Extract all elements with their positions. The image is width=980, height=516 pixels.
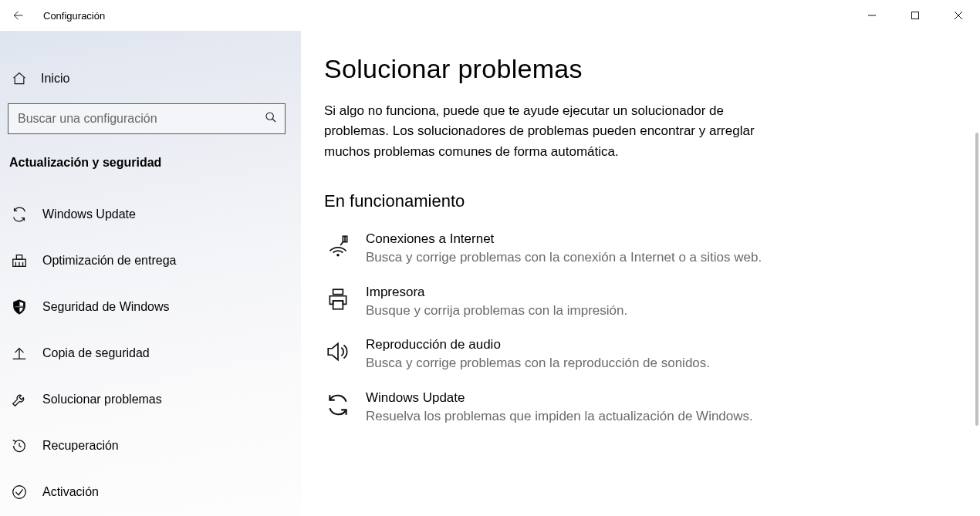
troubleshooter-list: Conexiones a Internet Busca y corrige pr… — [324, 231, 787, 427]
sidebar-item-troubleshoot[interactable]: Solucionar problemas — [0, 376, 301, 423]
svg-rect-20 — [333, 301, 343, 309]
back-button[interactable] — [8, 0, 26, 31]
titlebar-left: Configuración — [8, 0, 105, 31]
sidebar-item-activation[interactable]: Activación — [0, 469, 301, 515]
svg-line-18 — [340, 242, 343, 245]
printer-icon — [324, 286, 352, 314]
troubleshooter-windows-update[interactable]: Windows Update Resuelva los problemas qu… — [324, 390, 787, 427]
troubleshooter-title: Reproducción de audio — [366, 337, 787, 352]
search-box[interactable] — [8, 103, 286, 134]
shield-icon — [10, 298, 29, 316]
troubleshooter-internet[interactable]: Conexiones a Internet Busca y corrige pr… — [324, 231, 787, 268]
svg-point-5 — [266, 113, 273, 120]
svg-point-15 — [336, 254, 339, 256]
sidebar-item-backup[interactable]: Copia de seguridad — [0, 330, 301, 376]
svg-rect-2 — [912, 12, 919, 19]
search-input[interactable] — [18, 112, 254, 126]
sidebar-item-windows-security[interactable]: Seguridad de Windows — [0, 284, 301, 330]
sidebar-item-label: Recuperación — [42, 439, 119, 453]
troubleshooter-printer[interactable]: Impresora Busque y corrija problemas con… — [324, 285, 787, 321]
sidebar-item-label: Windows Update — [42, 207, 136, 221]
troubleshooter-desc: Busca y corrige problemas con la reprodu… — [366, 354, 787, 373]
svg-rect-8 — [16, 255, 22, 260]
troubleshooter-audio[interactable]: Reproducción de audio Busca y corrige pr… — [324, 337, 787, 373]
search-container — [0, 96, 301, 142]
troubleshooter-title: Impresora — [366, 285, 787, 300]
scrollbar[interactable] — [975, 133, 978, 516]
sidebar-item-label: Optimización de entrega — [42, 254, 176, 268]
troubleshooter-desc: Busque y corrija problemas con la impres… — [366, 302, 787, 321]
content-area: Solucionar problemas Si algo no funciona… — [301, 31, 980, 516]
maximize-icon — [911, 11, 920, 20]
troubleshooter-desc: Busca y corrige problemas con la conexió… — [366, 248, 787, 268]
wrench-icon — [10, 390, 29, 409]
sidebar-item-windows-update[interactable]: Windows Update — [0, 191, 301, 238]
search-icon — [265, 111, 277, 126]
troubleshooter-title: Windows Update — [366, 390, 787, 406]
recovery-icon — [10, 437, 29, 455]
body: Inicio Actualización y seguridad — [0, 31, 980, 516]
delivery-icon — [10, 251, 29, 270]
window-title: Configuración — [43, 10, 105, 22]
sidebar-section-title: Actualización y seguridad — [0, 148, 301, 177]
back-arrow-icon — [10, 8, 24, 22]
minimize-button[interactable] — [850, 0, 894, 31]
sidebar-item-label: Copia de seguridad — [42, 346, 150, 360]
page-description: Si algo no funciona, puede que te ayude … — [324, 101, 764, 162]
audio-icon — [324, 339, 352, 366]
svg-line-6 — [272, 119, 275, 122]
scrollbar-thumb[interactable] — [975, 133, 978, 426]
troubleshooter-desc: Resuelva los problemas que impiden la ac… — [366, 407, 787, 427]
close-icon — [954, 11, 963, 20]
section-heading: En funcionamiento — [324, 191, 957, 211]
maximize-button[interactable] — [894, 0, 937, 31]
home-icon — [10, 69, 29, 88]
sidebar-item-label: Activación — [42, 485, 99, 499]
titlebar: Configuración — [0, 0, 980, 31]
sidebar-item-recovery[interactable]: Recuperación — [0, 423, 301, 469]
window-controls — [850, 0, 980, 31]
svg-point-14 — [13, 486, 26, 499]
activation-icon — [10, 483, 29, 501]
settings-window: Configuración — [0, 0, 980, 516]
sidebar-nav: Windows Update Optimizaci — [0, 191, 301, 515]
sidebar-item-label: Solucionar problemas — [42, 393, 162, 406]
sidebar-item-home[interactable]: Inicio — [0, 62, 301, 96]
sidebar-item-delivery-optimization[interactable]: Optimización de entrega — [0, 238, 301, 284]
page-title: Solucionar problemas — [324, 54, 957, 84]
troubleshooter-title: Conexiones a Internet — [366, 231, 787, 247]
update-icon — [324, 392, 352, 420]
svg-rect-19 — [333, 289, 343, 294]
sidebar-item-label: Seguridad de Windows — [42, 300, 170, 314]
sidebar: Inicio Actualización y seguridad — [0, 31, 301, 516]
minimize-icon — [867, 11, 877, 20]
wifi-icon — [324, 233, 352, 261]
backup-icon — [10, 344, 29, 363]
home-label: Inicio — [41, 72, 69, 86]
sync-icon — [10, 205, 29, 224]
close-button[interactable] — [937, 0, 980, 31]
